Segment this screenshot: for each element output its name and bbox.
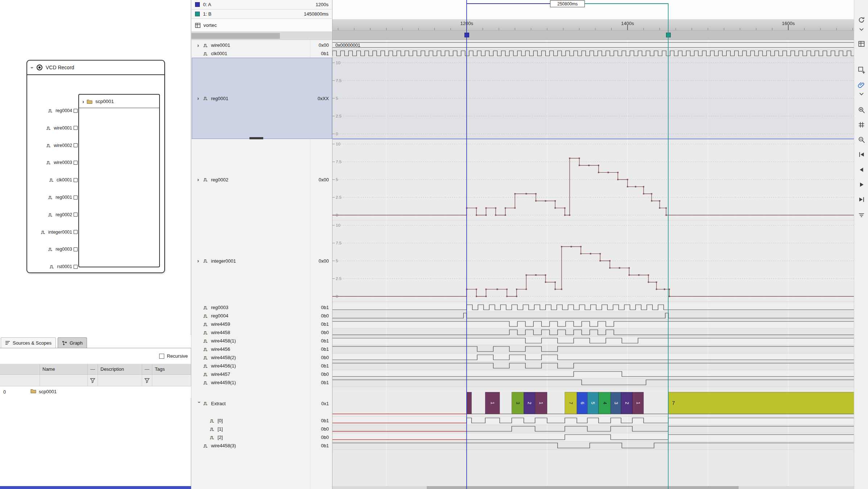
toolbar-play-button[interactable] bbox=[857, 180, 866, 189]
scrollbar-thumb[interactable] bbox=[191, 33, 280, 39]
name-column-divider[interactable]: — bbox=[88, 364, 98, 375]
port-connector[interactable] bbox=[74, 265, 78, 269]
right-toolbar bbox=[854, 0, 868, 489]
marker-row-a[interactable]: 0: A 1200s bbox=[191, 0, 332, 9]
node-port[interactable]: integer0001 bbox=[27, 229, 78, 235]
toolbar-table-view-button[interactable] bbox=[857, 39, 866, 48]
svg-text:2.5: 2.5 bbox=[336, 195, 342, 200]
folder-icon bbox=[87, 99, 93, 104]
toolbar-zoom-out-button[interactable] bbox=[857, 135, 866, 144]
port-connector[interactable] bbox=[74, 161, 78, 165]
node-port[interactable]: wire0003 bbox=[27, 160, 78, 165]
toolbar-go-end-button[interactable] bbox=[857, 195, 866, 204]
port-connector[interactable] bbox=[74, 196, 78, 200]
signal-row[interactable]: wire44560b1 bbox=[191, 345, 332, 353]
node-port[interactable]: reg0004 bbox=[27, 108, 78, 114]
signal-row[interactable]: ›Extract0x1 bbox=[191, 390, 332, 416]
vcd-record-node[interactable]: › VCD Record reg0004wire0001wire0002wire… bbox=[26, 60, 165, 273]
node-port[interactable]: wire0002 bbox=[27, 143, 78, 148]
tab-graph[interactable]: Graph bbox=[58, 337, 87, 348]
toolbar-zoom-in-button[interactable] bbox=[857, 105, 866, 114]
description-column-divider[interactable]: — bbox=[142, 364, 152, 375]
scope-table-row[interactable]: 0 scp0001 bbox=[0, 386, 191, 398]
toolbar-step-back-button[interactable] bbox=[857, 165, 866, 174]
svg-text:3: 3 bbox=[613, 402, 619, 404]
scope-header[interactable]: vortec bbox=[191, 19, 332, 32]
port-connector[interactable] bbox=[74, 126, 78, 130]
toolbar-go-start-button[interactable] bbox=[857, 150, 866, 159]
funnel-icon bbox=[90, 378, 95, 383]
name-filter-button[interactable] bbox=[88, 375, 98, 386]
signal-row[interactable]: wire4458(2)0b0 bbox=[191, 353, 332, 362]
node-port[interactable]: reg0003 bbox=[27, 246, 78, 252]
description-filter-button[interactable] bbox=[142, 375, 152, 386]
port-connector[interactable] bbox=[74, 143, 78, 147]
tags-column-header[interactable]: Tags bbox=[152, 364, 191, 375]
marker-b-cursor-line[interactable] bbox=[668, 3, 669, 489]
signal-row[interactable]: wire44590b1 bbox=[191, 320, 332, 328]
signal-row[interactable]: reg00040b0 bbox=[191, 312, 332, 320]
node-port[interactable]: wire0001 bbox=[27, 125, 78, 131]
node-port[interactable]: reg0002 bbox=[27, 212, 78, 218]
signal-row[interactable]: reg00030b1 bbox=[191, 303, 332, 312]
expand-icon[interactable]: › bbox=[197, 96, 201, 101]
port-connector[interactable] bbox=[74, 213, 78, 217]
signal-row[interactable]: [2]0b0 bbox=[191, 433, 332, 441]
folder-icon bbox=[30, 389, 36, 394]
collapse-icon[interactable]: › bbox=[197, 402, 202, 406]
signal-row[interactable]: wire4458(1)0b1 bbox=[191, 337, 332, 345]
node-port[interactable]: clk0001 bbox=[27, 177, 78, 183]
toolbar-refresh-button[interactable] bbox=[857, 15, 866, 24]
scrollbar-thumb[interactable] bbox=[427, 486, 739, 489]
port-connector[interactable] bbox=[74, 230, 78, 234]
signal-row[interactable]: wire4456(1)0b1 bbox=[191, 362, 332, 370]
signal-row[interactable]: wire4458(3)0b1 bbox=[191, 441, 332, 450]
node-port[interactable]: reg0001 bbox=[27, 194, 78, 200]
port-connector[interactable] bbox=[74, 109, 78, 113]
name-column-header[interactable]: Name bbox=[40, 364, 88, 375]
description-column-header[interactable]: Description bbox=[98, 364, 142, 375]
vcd-record-header[interactable]: › VCD Record bbox=[27, 61, 164, 75]
expand-icon[interactable]: › bbox=[197, 258, 201, 263]
port-connector[interactable] bbox=[74, 178, 78, 182]
scope-box[interactable]: › scp0001 bbox=[78, 94, 160, 267]
signal-row[interactable]: ›reg00010xXX bbox=[191, 58, 332, 139]
signal-type-icon bbox=[203, 339, 209, 343]
signal-row[interactable]: [0]0b1 bbox=[191, 416, 332, 425]
left-horizontal-scrollbar[interactable] bbox=[0, 486, 191, 489]
index-column-header[interactable] bbox=[0, 364, 40, 375]
signal-row[interactable]: ›wire00010x00 bbox=[191, 41, 332, 49]
signal-row[interactable]: clk00010b1 bbox=[191, 49, 332, 58]
timeline-ruler[interactable]: 1200s1400s1600s bbox=[332, 19, 854, 30]
signal-row[interactable]: wire44570b0 bbox=[191, 370, 332, 378]
expand-chevron-icon[interactable]: › bbox=[82, 99, 84, 104]
marker-delta-label: 250800ms bbox=[550, 0, 585, 7]
marker-row-b[interactable]: 1: B 1450800ms bbox=[191, 9, 332, 19]
wave-horizontal-scrollbar[interactable] bbox=[332, 486, 854, 489]
signal-row[interactable]: [1]0b0 bbox=[191, 425, 332, 433]
marker-a-cursor-line[interactable] bbox=[466, 0, 467, 489]
recursive-checkbox[interactable] bbox=[159, 354, 164, 359]
collapse-chevron-icon[interactable]: › bbox=[30, 67, 35, 69]
selection-resize-handle[interactable] bbox=[249, 137, 263, 139]
node-port[interactable]: rst0001 bbox=[27, 264, 78, 270]
port-label: wire0001 bbox=[54, 126, 72, 131]
toolbar-filter-list-button[interactable] bbox=[857, 210, 866, 219]
name-column-scrollbar[interactable] bbox=[191, 32, 332, 40]
toolbar-zoom-fit-button[interactable] bbox=[857, 120, 866, 129]
signal-row[interactable]: wire4459(1)0b1 bbox=[191, 378, 332, 387]
expand-icon[interactable]: › bbox=[197, 177, 201, 182]
port-connector[interactable] bbox=[74, 247, 78, 251]
toolbar-attach-button[interactable] bbox=[857, 80, 866, 89]
waveform-canvas[interactable]: 0x00000001107.552.50107.552.50107.552.50… bbox=[332, 40, 854, 489]
signal-row[interactable]: ›integer00010x00 bbox=[191, 220, 332, 301]
expand-icon[interactable]: › bbox=[197, 43, 201, 48]
marker-track[interactable] bbox=[332, 30, 854, 40]
signal-row[interactable]: ›reg00020x00 bbox=[191, 139, 332, 220]
toolbar-collapse-panel-button[interactable] bbox=[857, 25, 866, 34]
tab-sources-scopes[interactable]: Sources & Scopes bbox=[1, 337, 56, 348]
scope-box-header[interactable]: › scp0001 bbox=[79, 95, 159, 108]
toolbar-more-button[interactable] bbox=[857, 89, 866, 98]
toolbar-new-view-button[interactable] bbox=[857, 65, 866, 74]
signal-row[interactable]: wire44580b0 bbox=[191, 328, 332, 337]
